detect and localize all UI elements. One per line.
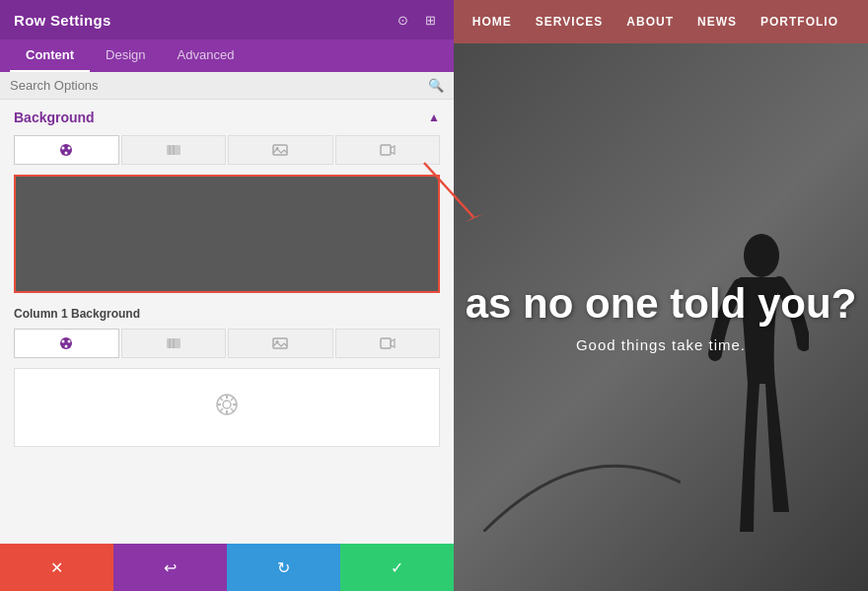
panel-header-icons: ⊙ ⊞ bbox=[393, 10, 440, 30]
action-bar: ✕ ↩ ↻ ✓ bbox=[0, 544, 454, 591]
video-type-btn[interactable] bbox=[335, 135, 441, 165]
nav-services[interactable]: SERVICES bbox=[536, 15, 603, 29]
color-preview-box[interactable] bbox=[14, 175, 440, 293]
tab-content[interactable]: Content bbox=[10, 39, 90, 72]
color-type-btn[interactable] bbox=[14, 135, 119, 165]
svg-point-3 bbox=[65, 152, 68, 155]
background-section-title: Background bbox=[14, 110, 95, 125]
col-bg-type-row bbox=[14, 329, 440, 358]
expand-icon[interactable]: ⊞ bbox=[420, 10, 440, 30]
hero-text-block: as no one told you? Good things take tim… bbox=[466, 281, 857, 353]
nav-home[interactable]: HOME bbox=[472, 15, 512, 29]
svg-line-29 bbox=[220, 408, 223, 411]
svg-line-26 bbox=[220, 398, 223, 401]
panel-header: Row Settings ⊙ ⊞ bbox=[0, 0, 454, 39]
svg-rect-7 bbox=[273, 145, 287, 155]
tab-advanced[interactable]: Advanced bbox=[162, 39, 251, 72]
search-input[interactable] bbox=[10, 78, 428, 93]
svg-point-21 bbox=[223, 401, 231, 408]
col-gradient-icon bbox=[166, 335, 181, 351]
panel-title: Row Settings bbox=[14, 12, 111, 29]
col-video-icon bbox=[380, 335, 396, 351]
color-icon bbox=[58, 142, 74, 158]
hero-subtext: Good things take time. bbox=[466, 336, 857, 353]
col-color-icon bbox=[58, 335, 74, 351]
svg-point-13 bbox=[65, 345, 68, 348]
bg-type-row bbox=[14, 135, 440, 165]
svg-point-12 bbox=[68, 340, 71, 343]
svg-point-11 bbox=[62, 340, 65, 343]
skate-ramp bbox=[483, 433, 681, 532]
image-icon bbox=[272, 142, 288, 158]
col-image-icon bbox=[272, 335, 288, 351]
image-type-btn[interactable] bbox=[228, 135, 333, 165]
svg-point-32 bbox=[744, 234, 779, 277]
settings-gear-icon bbox=[213, 391, 241, 418]
col-bg-center-icon bbox=[213, 391, 241, 424]
site-hero: as no one told you? Good things take tim… bbox=[454, 43, 868, 591]
tab-design[interactable]: Design bbox=[90, 39, 161, 72]
nav-news[interactable]: NEWS bbox=[697, 15, 737, 29]
svg-rect-17 bbox=[273, 338, 287, 348]
nav-portfolio[interactable]: PORTFOLIO bbox=[760, 15, 838, 29]
col-image-type-btn[interactable] bbox=[228, 329, 333, 358]
focus-icon[interactable]: ⊙ bbox=[393, 10, 412, 30]
website-preview: HOME SERVICES ABOUT NEWS PORTFOLIO bbox=[454, 0, 868, 591]
person-silhouette bbox=[690, 216, 809, 591]
reset-button[interactable]: ↩ bbox=[113, 544, 227, 591]
gradient-icon bbox=[166, 142, 181, 158]
column-section-title: Column 1 Background bbox=[14, 307, 440, 321]
svg-rect-19 bbox=[381, 338, 391, 348]
tabs-bar: Content Design Advanced bbox=[0, 39, 454, 72]
svg-point-2 bbox=[68, 147, 71, 150]
search-icon: 🔍 bbox=[428, 78, 444, 93]
hero-headline: as no one told you? bbox=[466, 281, 857, 327]
col-bg-preview[interactable] bbox=[14, 368, 440, 447]
svg-line-27 bbox=[231, 408, 234, 411]
search-bar: 🔍 bbox=[0, 72, 454, 100]
cancel-button[interactable]: ✕ bbox=[0, 544, 113, 591]
background-section-header: Background ▲ bbox=[14, 110, 440, 125]
svg-point-1 bbox=[62, 147, 65, 150]
svg-rect-9 bbox=[381, 145, 391, 155]
site-nav: HOME SERVICES ABOUT NEWS PORTFOLIO bbox=[454, 0, 868, 43]
video-icon bbox=[380, 142, 396, 158]
col-color-type-btn[interactable] bbox=[14, 329, 119, 358]
svg-line-28 bbox=[231, 398, 234, 401]
panel-content: Background ▲ bbox=[0, 100, 454, 544]
save-button[interactable]: ✓ bbox=[340, 544, 454, 591]
redo-button[interactable]: ↻ bbox=[227, 544, 340, 591]
nav-about[interactable]: ABOUT bbox=[626, 15, 674, 29]
row-settings-panel: Row Settings ⊙ ⊞ Content Design Advanced… bbox=[0, 0, 454, 591]
col-video-type-btn[interactable] bbox=[335, 329, 441, 358]
background-section-toggle[interactable]: ▲ bbox=[428, 111, 440, 124]
col-gradient-type-btn[interactable] bbox=[121, 329, 227, 358]
gradient-type-btn[interactable] bbox=[121, 135, 227, 165]
